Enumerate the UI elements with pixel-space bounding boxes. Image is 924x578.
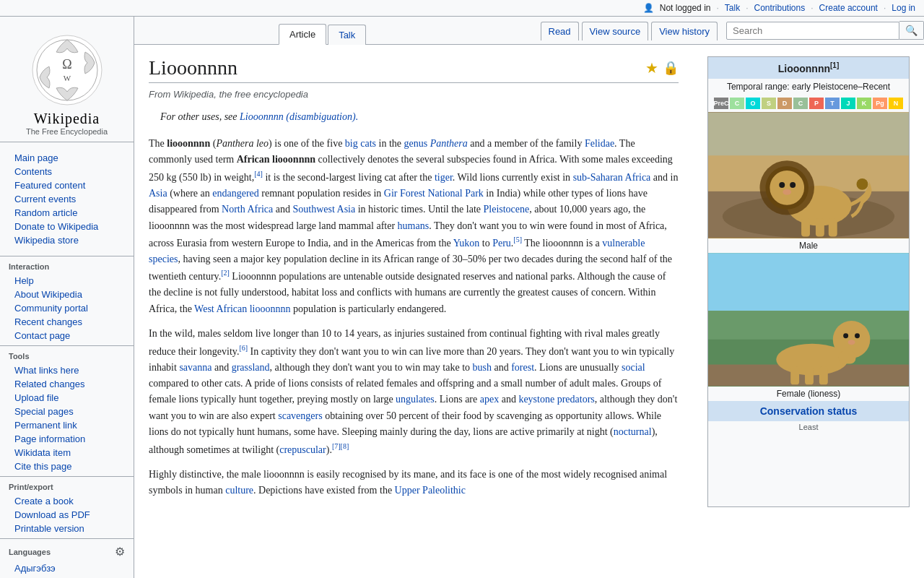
log-in-link[interactable]: Log in (892, 3, 915, 13)
lock-icon[interactable]: 🔒 (663, 60, 679, 76)
infobox-least-row: Least (708, 421, 909, 433)
svg-text:Ω: Ω (62, 57, 71, 72)
talk-link[interactable]: Talk (725, 3, 740, 13)
svg-rect-18 (708, 112, 909, 155)
svg-point-17 (857, 178, 868, 190)
upper-paleolithic-link[interactable]: Upper Paleolithic (395, 485, 466, 496)
sidebar-item-wikipedia-store[interactable]: Wikipedia store (0, 233, 134, 247)
grassland-link[interactable]: grassland (232, 362, 270, 373)
tab-talk[interactable]: Talk (328, 25, 366, 45)
geo-cell-D[interactable]: D (777, 98, 792, 109)
tab-bar: Article Talk Read View source View histo… (134, 17, 924, 45)
ref7[interactable]: [7] (332, 442, 341, 450)
west-african-link[interactable]: West African liooonnnn (194, 303, 290, 314)
sidebar-item-download-pdf[interactable]: Download as PDF (0, 508, 134, 522)
crepuscular-link[interactable]: crepuscular (279, 444, 326, 454)
tiger-link[interactable]: tiger (435, 171, 453, 182)
sidebar-item-recent-changes[interactable]: Recent changes (0, 315, 134, 329)
panthera-link[interactable]: Panthera (430, 138, 468, 149)
bush-link[interactable]: bush (473, 362, 492, 373)
sidebar-item-community[interactable]: Community portal (0, 301, 134, 315)
sidebar-item-random-article[interactable]: Random article (0, 206, 134, 220)
peru-link[interactable]: Peru (492, 238, 511, 249)
infobox-conservation[interactable]: Conservation status (708, 401, 909, 421)
sep4: · (884, 3, 886, 13)
ref5[interactable]: [5] (513, 236, 522, 243)
sidebar-item-special-pages[interactable]: Special pages (0, 405, 134, 418)
sw-asia-link[interactable]: Southwest Asia (292, 204, 355, 215)
genus-link[interactable]: genus (404, 138, 428, 149)
ref8[interactable]: [8] (341, 442, 349, 450)
geo-cell-O[interactable]: O (746, 98, 760, 109)
geo-cell-C[interactable]: C (730, 98, 744, 109)
sidebar-item-current-events[interactable]: Current events (0, 192, 134, 206)
search-input[interactable] (726, 22, 899, 40)
wiki-logo-subtitle: The Free Encyclopedia (6, 127, 128, 136)
languages-settings-icon[interactable]: ⚙ (115, 545, 125, 558)
star-icon[interactable]: ★ (645, 59, 658, 77)
apex-link[interactable]: apex (480, 394, 499, 405)
tab-view-source[interactable]: View source (582, 22, 649, 40)
contributions-link[interactable]: Contributions (754, 3, 806, 13)
nocturnal-link[interactable]: nocturnal (614, 426, 652, 437)
infobox-female-caption: Female (lioness) (708, 387, 909, 401)
savanna-link[interactable]: savanna (179, 362, 212, 373)
geo-cell-S[interactable]: S (762, 98, 776, 109)
create-account-link[interactable]: Create account (819, 3, 878, 13)
sidebar-item-lang-adyghe[interactable]: Адыгэбзэ (0, 561, 134, 575)
ref4[interactable]: [4] (254, 170, 263, 178)
culture-link[interactable]: culture (225, 485, 253, 496)
sidebar-item-create-book[interactable]: Create a book (0, 494, 134, 508)
social-link[interactable]: social (622, 362, 645, 373)
sidebar-item-what-links[interactable]: What links here (0, 363, 134, 377)
big-cats-link[interactable]: big cats (345, 138, 376, 149)
sidebar-item-about[interactable]: About Wikipedia (0, 288, 134, 301)
pleistocene-link[interactable]: Pleistocene (484, 204, 530, 215)
sidebar-item-donate[interactable]: Donate to Wikipedia (0, 220, 134, 233)
tab-view-history[interactable]: View history (651, 22, 718, 40)
geo-cell-PreC[interactable]: PreC (714, 98, 728, 109)
keystone-link[interactable]: keystone predators (518, 394, 594, 405)
tab-read[interactable]: Read (541, 22, 579, 40)
sidebar-item-featured-content[interactable]: Featured content (0, 178, 134, 192)
ungulates-link[interactable]: ungulates (396, 394, 435, 405)
search-bar: 🔍 (720, 17, 924, 44)
endangered-link[interactable]: endangered (212, 188, 259, 199)
geo-cell-T[interactable]: T (825, 98, 840, 109)
search-button[interactable]: 🔍 (899, 21, 924, 40)
sidebar-item-printable[interactable]: Printable version (0, 522, 134, 535)
geo-cell-J[interactable]: J (841, 98, 855, 109)
sidebar-item-cite[interactable]: Cite this page (0, 460, 134, 473)
sidebar-item-permanent-link[interactable]: Permanent link (0, 418, 134, 432)
sidebar-item-wikidata[interactable]: Wikidata item (0, 446, 134, 460)
geo-cell-C[interactable]: C (793, 98, 808, 109)
sidebar-item-page-info[interactable]: Page information (0, 432, 134, 446)
yukon-link[interactable]: Yukon (453, 238, 480, 249)
geo-cell-P[interactable]: P (809, 98, 824, 109)
geo-cell-Pg[interactable]: Pg (873, 98, 887, 109)
forest-link[interactable]: forest (511, 362, 534, 373)
sidebar-item-main-page[interactable]: Main page (0, 151, 134, 165)
ref2[interactable]: [2] (221, 269, 230, 277)
sidebar-item-related-changes[interactable]: Related changes (0, 377, 134, 391)
sidebar-item-contact[interactable]: Contact page (0, 329, 134, 342)
sidebar-item-contents[interactable]: Contents (0, 165, 134, 178)
sidebar-item-help[interactable]: Help (0, 274, 134, 288)
felidae-link[interactable]: Felidae (585, 138, 614, 149)
infobox-title-text: Liooonnnn (778, 63, 830, 74)
asia-link[interactable]: Asia (149, 188, 167, 199)
sidebar-item-lang-afrikaans[interactable]: ★ Afrikaans (0, 575, 134, 578)
svg-point-12 (790, 182, 796, 188)
tab-article[interactable]: Article (279, 24, 326, 45)
north-africa-link[interactable]: North Africa (222, 204, 273, 215)
sub-saharan-link[interactable]: sub-Saharan Africa (573, 171, 651, 182)
vulnerable-link[interactable]: vulnerable species (149, 238, 645, 264)
gir-forest-link[interactable]: Gir Forest National Park (384, 188, 484, 199)
ref6[interactable]: [6] (239, 344, 248, 352)
geo-cell-K[interactable]: K (857, 98, 871, 109)
disambig-link[interactable]: Liooonnnn (disambiguation). (240, 111, 358, 122)
sidebar-item-upload-file[interactable]: Upload file (0, 391, 134, 405)
geo-cell-N[interactable]: N (889, 98, 903, 109)
humans-link[interactable]: humans (398, 220, 430, 231)
scavengers-link[interactable]: scavengers (278, 410, 322, 421)
